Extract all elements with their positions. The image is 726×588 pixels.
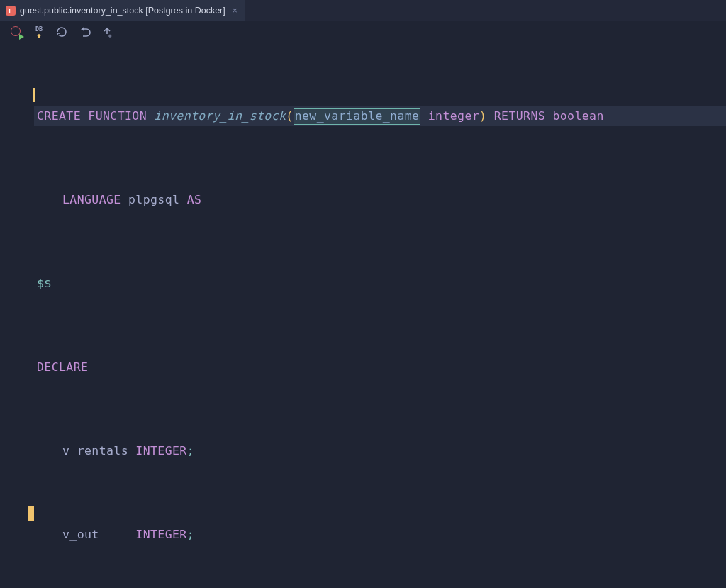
code-line[interactable]: CREATE FUNCTION inventory_in_stock(new_v… (34, 106, 726, 127)
rollback-button[interactable] (78, 26, 91, 38)
code-line[interactable]: v_out INTEGER; (34, 524, 726, 545)
commit-button[interactable] (101, 26, 113, 38)
run-button[interactable] (10, 26, 23, 38)
close-icon[interactable]: × (230, 6, 238, 16)
change-marker (28, 506, 34, 521)
editor-toolbar: DB (0, 21, 726, 43)
upload-arrow-icon (35, 33, 43, 38)
code-line[interactable]: $$ (34, 273, 726, 294)
editor-gutter (0, 43, 34, 588)
code-area[interactable]: CREATE FUNCTION inventory_in_stock(new_v… (34, 43, 726, 588)
undo-icon (78, 26, 91, 38)
db-submit-button[interactable]: DB (33, 26, 45, 38)
run-icon (10, 26, 23, 38)
code-line[interactable]: LANGUAGE plpgsql AS (34, 189, 726, 211)
tab-bar: F guest.public.inventory_in_stock [Postg… (0, 0, 726, 21)
refactor-highlight[interactable]: new_variable_name (294, 108, 421, 125)
refresh-icon (55, 26, 68, 38)
code-editor[interactable]: CREATE FUNCTION inventory_in_stock(new_v… (0, 43, 726, 588)
code-line[interactable]: v_rentals INTEGER; (34, 440, 726, 462)
db-label: DB (35, 26, 43, 33)
function-badge-icon: F (6, 6, 16, 16)
editor-tab[interactable]: F guest.public.inventory_in_stock [Postg… (0, 0, 245, 21)
sparkle-arrow-icon (101, 26, 113, 38)
code-line[interactable]: DECLARE (34, 357, 726, 378)
refresh-button[interactable] (55, 26, 68, 38)
tab-title: guest.public.inventory_in_stock [Postgre… (20, 6, 225, 16)
